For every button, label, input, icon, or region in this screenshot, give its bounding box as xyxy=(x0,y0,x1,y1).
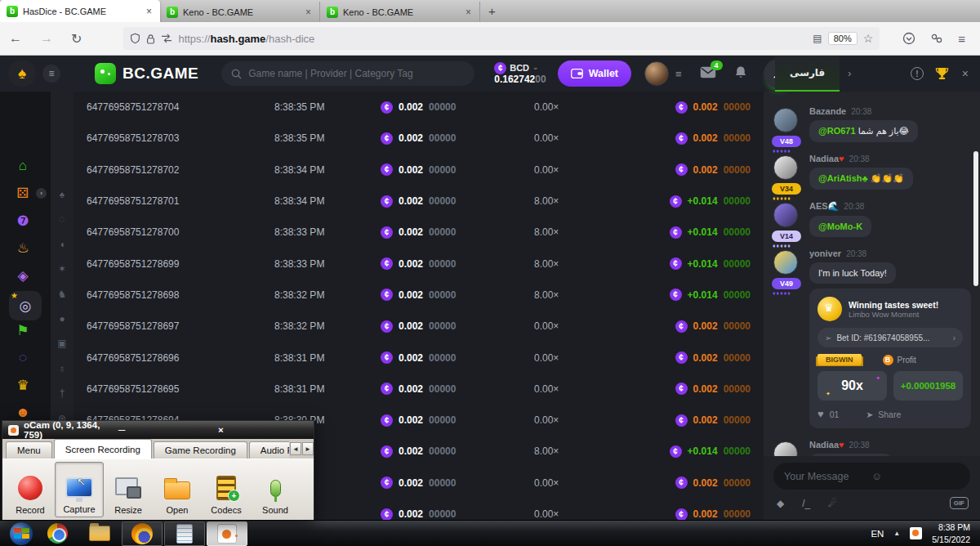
url-bar[interactable]: https://hash.game/hash-dice ▤ 80% ☆ xyxy=(123,27,880,50)
tab-close-icon[interactable]: × xyxy=(464,7,473,18)
avatar[interactable] xyxy=(773,203,798,227)
gif-button[interactable]: GIF xyxy=(950,497,969,509)
chat-scrollbar[interactable] xyxy=(973,151,978,286)
heart-icon[interactable]: ♥ xyxy=(817,408,824,420)
spade-logo-icon[interactable]: ♠ xyxy=(8,60,36,87)
mention-link[interactable]: @AriAtish♣ xyxy=(818,173,868,183)
mail-button[interactable]: 4 xyxy=(700,66,716,82)
tab-close-icon[interactable]: × xyxy=(145,6,154,17)
table-row[interactable]: 647769587512787028:38:34 PM¢0.002000000.… xyxy=(74,154,764,186)
zoom-level-badge[interactable]: 80% xyxy=(828,32,858,45)
pocket-icon[interactable] xyxy=(902,32,915,45)
ocam-tool-codecs[interactable]: Codecs xyxy=(202,462,251,517)
avatar[interactable] xyxy=(773,155,798,180)
taskbar-clock[interactable]: 8:38 PM 5/15/2022 xyxy=(932,521,970,544)
username[interactable]: Nadiaa♥20:38 xyxy=(809,154,969,163)
balance-display[interactable]: ¢BCD⌄ 0.16274200 xyxy=(494,62,546,85)
sidebar-mini-item[interactable]: ● xyxy=(51,310,74,328)
taskbar-explorer-button[interactable] xyxy=(79,521,120,546)
ocam-tool-open[interactable]: Open xyxy=(153,462,202,517)
win-share-card[interactable]: Winning tastes sweet!Limbo Wow Moment➢Be… xyxy=(809,289,971,428)
ocam-tool-capture[interactable]: ↖Capture xyxy=(55,462,104,517)
sidebar-item-target[interactable]: ◎★ xyxy=(9,291,42,320)
tray-ocam-icon[interactable] xyxy=(910,527,922,539)
reader-icon[interactable]: ▤ xyxy=(813,33,822,44)
mention-link[interactable]: @RO671 xyxy=(818,126,856,136)
taskbar-notepad-button[interactable] xyxy=(164,521,205,546)
ocam-tab-audio-recor[interactable]: Audio Recor xyxy=(249,441,289,459)
emoji-icon[interactable]: ☺ xyxy=(872,471,960,482)
table-row[interactable]: 647769587512787018:38:34 PM¢0.002000008.… xyxy=(74,186,764,217)
chat-close-icon[interactable]: × xyxy=(962,67,969,80)
browser-tab[interactable]: bKeno - BC.GAME× xyxy=(320,2,480,22)
taskbar-firefox-button[interactable] xyxy=(122,521,163,546)
profile-menu-icon[interactable]: ≡ xyxy=(675,68,682,80)
ocam-tool-sound[interactable]: Sound xyxy=(251,462,300,517)
sidebar-item-seven[interactable]: ❼ xyxy=(9,208,37,233)
forward-icon[interactable]: → xyxy=(31,31,62,46)
ocam-tab-game-recording[interactable]: Game Recording xyxy=(154,441,247,459)
ocam-tab-scroll-right[interactable]: ► xyxy=(302,442,314,455)
shield-icon[interactable] xyxy=(130,33,140,44)
sidebar-collapse-icon[interactable]: ≡ xyxy=(42,65,60,83)
chat-message[interactable]: V14♦♦♦♦♦AES🌊20:38@MoMo-K xyxy=(764,195,980,242)
menu-hamburger-icon[interactable]: ≡ xyxy=(958,32,965,46)
taskbar-chrome-button[interactable] xyxy=(37,521,78,546)
sidebar-item-tags[interactable]: ◈ xyxy=(9,263,37,288)
url-text[interactable]: https://hash.game/hash-dice xyxy=(178,33,807,45)
comet-icon[interactable]: ☄ xyxy=(828,498,837,509)
trophy-icon[interactable] xyxy=(935,67,949,80)
avatar[interactable] xyxy=(773,250,798,275)
ocam-tool-resize[interactable]: Resize xyxy=(104,462,153,517)
new-tab-button[interactable]: + xyxy=(480,4,504,18)
coin-rain-icon[interactable]: ◆ xyxy=(777,498,784,509)
table-row[interactable]: 647769587512787048:38:35 PM¢0.002000000.… xyxy=(74,92,764,123)
bcgame-logo[interactable]: BC.GAME xyxy=(95,63,198,84)
mention-link[interactable]: @MoMo-K xyxy=(818,222,862,231)
lock-icon[interactable] xyxy=(146,34,155,44)
chat-message[interactable]: V48♦♦♦♦♦Bazande20:38@RO671 باز هم شما😂 xyxy=(764,100,980,147)
browser-tab[interactable]: bKeno - BC.GAME× xyxy=(160,2,320,22)
chat-tab-arrow-icon[interactable]: › xyxy=(848,68,911,79)
sidebar-mini-item[interactable]: ◖ xyxy=(51,235,74,253)
table-row[interactable]: 647769587512786958:38:31 PM¢0.002000000.… xyxy=(74,374,764,405)
avatar[interactable] xyxy=(773,441,798,456)
sidebar-item-crown[interactable]: ♛ xyxy=(9,374,37,398)
expand-chevron-icon[interactable]: › xyxy=(36,188,47,199)
chat-message[interactable]: V34♦♦♦♦♦Nadiaa♥20:38@yoniver 👏👏 xyxy=(764,433,980,456)
reload-icon[interactable]: ↻ xyxy=(62,31,91,47)
start-button[interactable] xyxy=(10,522,33,545)
chat-message-input[interactable]: Your Message ☺ xyxy=(773,463,970,490)
back-icon[interactable]: ← xyxy=(0,31,31,46)
sidebar-mini-item[interactable]: ♠ xyxy=(51,186,74,204)
sidebar-item-home[interactable]: ⌂ xyxy=(9,154,37,178)
avatar[interactable] xyxy=(773,108,798,132)
chat-info-icon[interactable]: ! xyxy=(911,67,924,80)
username[interactable]: AES🌊20:38 xyxy=(809,201,969,212)
notifications-button[interactable] xyxy=(734,65,747,83)
chat-language-tab[interactable]: فارسی xyxy=(775,56,840,92)
sidebar-mini-item[interactable]: ◌ xyxy=(51,210,74,228)
table-row[interactable]: 647769587512786978:38:32 PM¢0.002000000.… xyxy=(74,311,764,342)
username[interactable]: Nadiaa♥20:38 xyxy=(809,440,969,450)
table-row[interactable]: 647769587512787008:38:33 PM¢0.002000008.… xyxy=(74,217,764,248)
permissions-icon[interactable] xyxy=(161,34,172,43)
ocam-tab-menu[interactable]: Menu xyxy=(6,441,52,459)
browser-tab[interactable]: bHasDice - BC.GAME× xyxy=(0,0,160,22)
ocam-tab-scroll-left[interactable]: ◄ xyxy=(290,442,301,455)
ocam-tab-screen-recording[interactable]: Screen Recording xyxy=(54,439,152,459)
chat-message[interactable]: V34♦♦♦♦♦Nadiaa♥20:38@AriAtish♣ 👏👏👏 xyxy=(764,147,980,195)
ocam-title-bar[interactable]: oCam (0, 9, 1364, 759) ─ × xyxy=(2,421,314,439)
table-row[interactable]: 647769587512787038:38:35 PM¢0.002000000.… xyxy=(74,123,764,154)
sidebar-mini-item[interactable]: ▣ xyxy=(51,334,74,352)
sidebar-mini-item[interactable]: ♞ xyxy=(51,285,74,303)
chat-message[interactable]: V49♦♦♦♦♦yoniver20:38I'm in luck Today!Wi… xyxy=(764,242,980,433)
bookmark-star-icon[interactable]: ☆ xyxy=(863,32,874,45)
slash-command-icon[interactable]: /_ xyxy=(802,498,810,509)
wallet-button[interactable]: Wallet xyxy=(558,60,631,87)
table-row[interactable]: 647769587512786968:38:31 PM¢0.002000000.… xyxy=(74,342,764,373)
ocam-minimize-button[interactable]: ─ xyxy=(114,425,208,435)
sidebar-item-spa[interactable]: ♨ xyxy=(9,236,37,261)
username[interactable]: yoniver20:38 xyxy=(809,248,969,258)
extensions-icon[interactable] xyxy=(930,32,943,45)
